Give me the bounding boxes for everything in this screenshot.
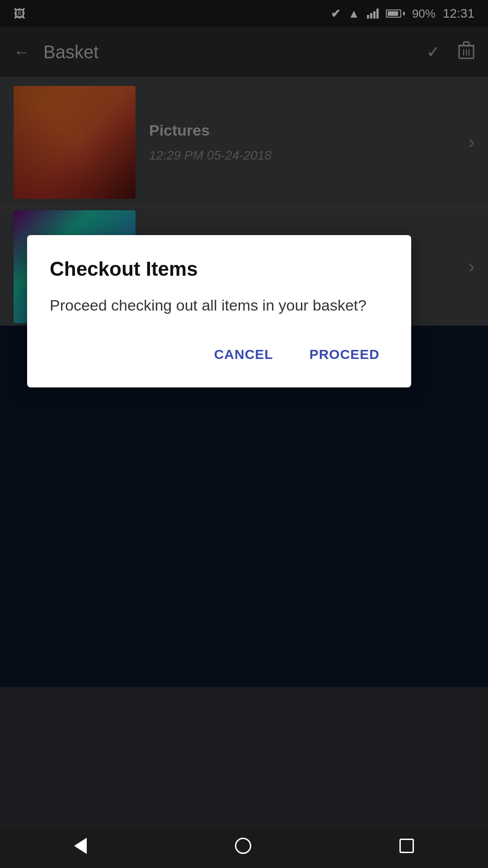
nav-bar xyxy=(0,827,488,868)
checkout-dialog: Checkout Items Proceed checking out all … xyxy=(27,235,411,387)
back-nav-button[interactable] xyxy=(61,833,100,863)
cancel-button[interactable]: CANCEL xyxy=(205,340,282,369)
dialog-actions: CANCEL PROCEED xyxy=(50,340,389,369)
dialog-overlay xyxy=(0,0,488,827)
dialog-title: Checkout Items xyxy=(50,258,389,280)
recent-nav-button[interactable] xyxy=(386,834,427,862)
home-nav-button[interactable] xyxy=(221,833,265,863)
dialog-message: Proceed checking out all items in your b… xyxy=(50,294,389,317)
proceed-button[interactable]: PROCEED xyxy=(300,340,389,369)
